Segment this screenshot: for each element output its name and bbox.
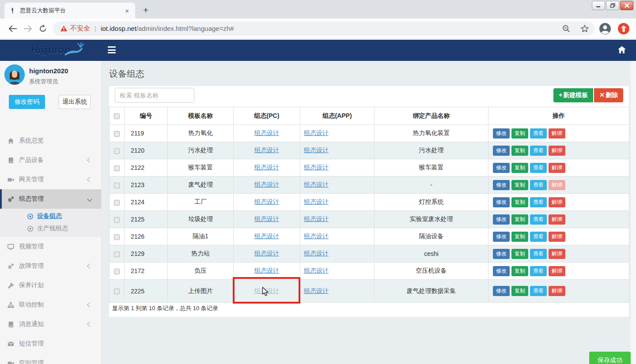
copy-button[interactable]: 复制 (511, 249, 528, 259)
app-config-link[interactable]: 组态设计 (304, 215, 329, 222)
copy-button[interactable]: 复制 (511, 197, 528, 207)
modify-button[interactable]: 修改 (493, 128, 510, 139)
sidebar-item-2[interactable]: 网关管理 (0, 170, 101, 189)
bookmark-star-icon[interactable] (580, 24, 589, 33)
navbar-home-icon[interactable] (617, 45, 626, 54)
app-config-link[interactable]: 组态设计 (304, 287, 329, 294)
pc-config-link[interactable]: 组态设计 (254, 129, 279, 136)
pc-config-link[interactable]: 组态设计 (254, 287, 279, 294)
new-tab-button[interactable]: + (143, 4, 148, 16)
row-checkbox[interactable] (114, 183, 120, 188)
pc-config-link[interactable]: 组态设计 (254, 233, 279, 240)
url-bar[interactable]: 不安全 | iot.idosp.net/admin/index.html?lan… (53, 22, 594, 36)
search-input[interactable] (115, 88, 194, 103)
change-password-button[interactable]: 修改密码 (9, 95, 45, 109)
modify-button[interactable]: 修改 (493, 232, 510, 242)
unbind-button[interactable]: 解绑 (549, 249, 565, 259)
unbind-button[interactable]: 解绑 (549, 146, 565, 156)
view-button[interactable]: 查看 (530, 232, 547, 242)
unbind-button[interactable]: 解绑 (549, 266, 565, 276)
unbind-button[interactable]: 解绑 (549, 128, 565, 139)
page-scrollbar-track[interactable] (631, 61, 636, 364)
zoom-out-icon[interactable] (562, 24, 571, 33)
modify-button[interactable]: 修改 (493, 180, 510, 190)
view-button[interactable]: 查看 (530, 286, 547, 296)
app-config-link[interactable]: 组态设计 (304, 250, 329, 257)
close-button[interactable] (620, 1, 633, 10)
modify-button[interactable]: 修改 (493, 197, 510, 207)
modify-button[interactable]: 修改 (493, 214, 510, 225)
row-checkbox[interactable] (114, 131, 120, 137)
pc-config-link[interactable]: 组态设计 (254, 198, 279, 205)
copy-button[interactable]: 复制 (511, 128, 528, 139)
modify-button[interactable]: 修改 (493, 286, 510, 296)
unbind-button[interactable]: 解绑 (549, 197, 565, 207)
unbind-button[interactable]: 解绑 (549, 214, 565, 225)
reload-button[interactable] (35, 21, 50, 36)
restore-button[interactable] (606, 1, 619, 10)
app-config-link[interactable]: 组态设计 (304, 164, 329, 171)
user-avatar[interactable] (4, 64, 25, 85)
view-button[interactable]: 查看 (530, 266, 547, 276)
sidebar-item-4[interactable]: 视频管理 (0, 237, 101, 256)
modify-button[interactable]: 修改 (493, 266, 510, 276)
sidebar-item-0[interactable]: 系统总览 (0, 131, 101, 150)
sidebar-item-9[interactable]: 短信管理 (0, 334, 101, 353)
tab-close-icon[interactable]: × (123, 7, 131, 15)
row-checkbox[interactable] (114, 165, 120, 171)
sidebar-item-7[interactable]: 联动控制 (0, 295, 101, 315)
copy-button[interactable]: 复制 (511, 180, 528, 190)
sidebar-item-6[interactable]: 保养计划 (0, 276, 101, 295)
browser-profile-icon[interactable] (599, 23, 611, 35)
copy-button[interactable]: 复制 (511, 266, 528, 276)
row-checkbox[interactable] (114, 251, 120, 257)
select-all-checkbox[interactable] (114, 113, 120, 119)
modify-button[interactable]: 修改 (493, 163, 510, 173)
unbind-button[interactable]: 解绑 (549, 180, 565, 190)
app-logo[interactable]: Hignton (0, 40, 102, 61)
unbind-button[interactable]: 解绑 (549, 286, 565, 296)
row-checkbox[interactable] (114, 289, 120, 294)
forward-button[interactable] (20, 21, 35, 36)
row-checkbox[interactable] (114, 200, 120, 206)
copy-button[interactable]: 复制 (511, 214, 528, 225)
app-config-link[interactable]: 组态设计 (304, 198, 329, 205)
modify-button[interactable]: 修改 (493, 249, 510, 259)
row-checkbox[interactable] (114, 269, 120, 274)
unbind-button[interactable]: 解绑 (549, 163, 565, 173)
sidebar-item-10[interactable]: 空间管理 (0, 353, 101, 364)
sidebar-item-5[interactable]: 故障管理 (0, 256, 101, 276)
submenu-item-1[interactable]: 生产线组态 (0, 222, 101, 235)
logout-button[interactable]: 退出系统 (59, 95, 91, 109)
view-button[interactable]: 查看 (530, 214, 547, 225)
copy-button[interactable]: 复制 (511, 286, 528, 296)
delete-button[interactable]: ✕删除 (594, 88, 623, 102)
pc-config-link[interactable]: 组态设计 (254, 267, 279, 274)
copy-button[interactable]: 复制 (511, 163, 528, 173)
view-button[interactable]: 查看 (530, 128, 547, 139)
pc-config-link[interactable]: 组态设计 (254, 146, 279, 154)
unbind-button[interactable]: 解绑 (549, 232, 565, 242)
app-config-link[interactable]: 组态设计 (304, 233, 329, 240)
browser-tab[interactable]: 思普云大数据平台 × (4, 3, 135, 19)
row-checkbox[interactable] (114, 234, 120, 240)
copy-button[interactable]: 复制 (511, 232, 528, 242)
view-button[interactable]: 查看 (530, 146, 547, 156)
sidebar-item-3[interactable]: 组态管理 (0, 189, 101, 209)
app-config-link[interactable]: 组态设计 (304, 267, 329, 274)
app-config-link[interactable]: 组态设计 (304, 181, 329, 188)
browser-update-icon[interactable] (617, 23, 630, 35)
row-checkbox[interactable] (114, 217, 120, 223)
sidebar-item-1[interactable]: 产品设备 (0, 150, 101, 170)
pc-config-link[interactable]: 组态设计 (254, 181, 279, 188)
view-button[interactable]: 查看 (530, 163, 547, 173)
new-template-button[interactable]: +新建模板 (553, 88, 593, 102)
submenu-item-0[interactable]: 设备组态 (0, 210, 101, 222)
view-button[interactable]: 查看 (530, 197, 547, 207)
menu-toggle-icon[interactable] (108, 46, 116, 53)
pc-config-link[interactable]: 组态设计 (254, 250, 279, 257)
back-button[interactable] (5, 21, 20, 36)
modify-button[interactable]: 修改 (493, 146, 510, 156)
app-config-link[interactable]: 组态设计 (304, 129, 329, 136)
app-config-link[interactable]: 组态设计 (304, 146, 329, 154)
